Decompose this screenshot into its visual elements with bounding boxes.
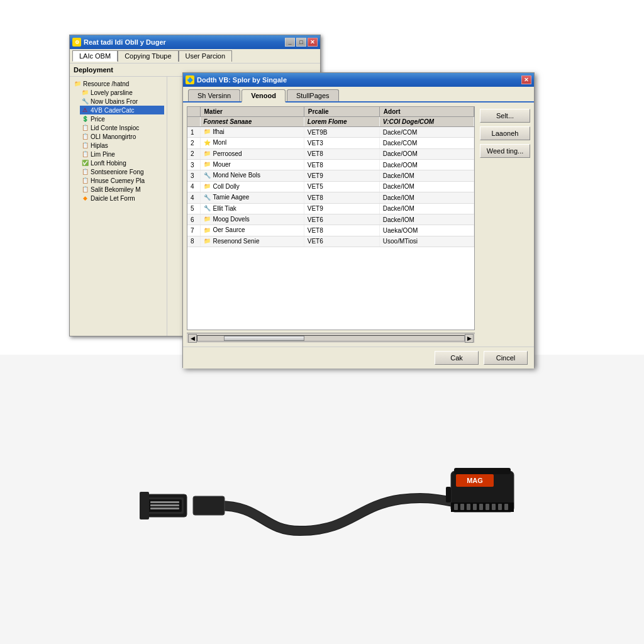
table-row[interactable]: 3 🔧Mond Neive Bols VET9 Dacke/IOM — [187, 170, 474, 181]
tree-label-10: Hnuse Cuemey Pla — [91, 177, 145, 184]
minimize-button[interactable]: _ — [285, 38, 295, 47]
row-prcalie: VET9 — [304, 203, 379, 214]
back-window-title: Reat tadi ldi ObII y Duger — [84, 38, 166, 46]
tree-item-5[interactable]: 📋 OLI Manongirtro — [80, 132, 164, 141]
close-button[interactable]: ✕ — [308, 38, 318, 47]
svg-rect-4 — [150, 504, 179, 506]
cak-button[interactable]: Cak — [435, 351, 479, 365]
front-tabs: Sh Versinn Venood StullPages — [183, 87, 534, 103]
table-row[interactable]: 6 📁Moog Dovels VET6 Dacke/IOM — [187, 214, 474, 225]
row-matier: 📁Moog Dovels — [200, 214, 304, 225]
tab-venood[interactable]: Venood — [242, 89, 286, 103]
tree-item-1[interactable]: 🔧 Now Ubains Fror — [80, 97, 164, 106]
row-matier-text: Perroosed — [213, 150, 242, 157]
row-num: 2 — [187, 138, 200, 148]
front-window-titlebar: 🔷 Dodth VB: Splor by Singale ✕ — [183, 73, 534, 87]
weed-ting-button[interactable]: Weed ting... — [480, 144, 530, 158]
tree-item-10[interactable]: 📋 Hnuse Cuemey Pla — [80, 176, 164, 185]
row-matier: 🔧Tamie Aagee — [200, 192, 304, 203]
tree-item-4[interactable]: 📋 Lid Conte Inspioc — [80, 123, 164, 132]
tree-label-6: Hiplas — [91, 142, 108, 149]
tree-item-9[interactable]: 📋 Sontseeniore Fong — [80, 167, 164, 176]
tree-item-11[interactable]: 📋 Salit Bekomiley M — [80, 185, 164, 194]
svg-rect-18 — [492, 504, 496, 510]
front-window-controls: ✕ — [521, 75, 531, 84]
front-window: 🔷 Dodth VB: Splor by Singale ✕ Sh Versin… — [182, 72, 535, 368]
table-row[interactable]: 5 🔧Ellit Tiak VET9 Dacke/IOM — [187, 203, 474, 214]
table-row[interactable]: 7 📁Oer Saurce VET8 Uaeka/OOM — [187, 225, 474, 236]
cincel-button[interactable]: Cincel — [484, 351, 528, 365]
front-close-button[interactable]: ✕ — [521, 75, 531, 84]
item-icon-5: 📋 — [81, 133, 89, 140]
svg-rect-14 — [467, 504, 470, 510]
row-adort: Dacke/OOM — [379, 148, 474, 159]
laaoneh-button[interactable]: Laaoneh — [480, 126, 530, 140]
row-matier-text: Tamie Aagee — [213, 194, 250, 201]
table-row[interactable]: 8 📁Resenond Senie VET6 Usoo/MTiosi — [187, 236, 474, 247]
tree-item-2[interactable]: ⚠ 4VB CaderCatc — [80, 106, 164, 114]
row-matier-text: Coll Dolly — [213, 183, 240, 190]
back-window-controls: _ □ ✕ — [285, 38, 318, 47]
table-row[interactable]: 2 📁Perroosed VET8 Dacke/OOM — [187, 148, 474, 159]
tree-item-resource[interactable]: 📁 Resource /hatnd — [72, 79, 164, 88]
tree-item-8[interactable]: ✅ Lonft Hobing — [80, 158, 164, 167]
item-icon-10: 📋 — [81, 177, 89, 184]
table-row[interactable]: 4 📁Coll Dolly VET5 Dacke/IOM — [187, 181, 474, 192]
tab-copying[interactable]: Copying Tbupe — [118, 50, 178, 62]
data-table-wrapper[interactable]: Matier Prcalie Adort Fonnest Sanaae Lore… — [187, 106, 475, 330]
maximize-button[interactable]: □ — [296, 38, 306, 47]
tree-item-12[interactable]: ◆ Daicle Let Form — [80, 194, 164, 203]
row-prcalie: VET8 — [304, 148, 379, 159]
row-prcalie: VET6 — [304, 236, 379, 247]
row-matier: 🔧Mond Neive Bols — [200, 170, 304, 181]
tree-item-0[interactable]: 📁 Lovely parsline — [80, 88, 164, 97]
col-prcalie: Prcalie — [304, 107, 379, 117]
row-prcalie: VET9B — [304, 127, 379, 138]
row-adort: Dacke/COM — [379, 138, 474, 148]
selt-button[interactable]: Selt... — [480, 109, 530, 123]
row-matier: 📁Coll Dolly — [200, 181, 304, 192]
tree-label-3: Price — [91, 116, 105, 123]
red-icon-2: ⚠ — [81, 106, 89, 114]
row-matier: ⭐Monl — [200, 138, 304, 148]
row-icon: 📁 — [204, 238, 211, 245]
front-window-title-area: 🔷 Dodth VB: Splor by Singale — [186, 75, 287, 84]
row-matier: 🔧Ellit Tiak — [200, 203, 304, 214]
row-icon: 📁 — [204, 161, 211, 169]
row-num: 4 — [187, 181, 200, 192]
row-matier-text: Mouer — [213, 161, 231, 168]
tab-sh-versinn[interactable]: Sh Versinn — [188, 89, 240, 101]
table-row[interactable]: 1 📁lfhai VET9B Dacke/COM — [187, 127, 474, 138]
svg-rect-15 — [473, 504, 477, 510]
tree-item-6[interactable]: 📋 Hiplas — [80, 141, 164, 150]
scroll-track[interactable] — [197, 335, 465, 341]
item-icon-6: 📋 — [81, 142, 89, 149]
tab-user[interactable]: User Parcion — [179, 50, 233, 62]
row-matier: 📁Oer Saurce — [200, 225, 304, 236]
row-num: 8 — [187, 236, 200, 247]
tree-label-12: Daicle Let Form — [91, 195, 135, 202]
row-matier: 📁lfhai — [200, 127, 304, 138]
tree-item-3[interactable]: 💲 Price — [80, 114, 164, 123]
row-num: 3 — [187, 170, 200, 181]
tab-laic-obm[interactable]: LAIc OBM — [72, 50, 118, 62]
item-icon-9: 📋 — [81, 168, 89, 175]
scroll-right-button[interactable]: ▶ — [465, 334, 474, 343]
table-row[interactable]: 2 ⭐Monl VET3 Dacke/COM — [187, 138, 474, 148]
row-matier-text: Mond Neive Bols — [213, 172, 261, 179]
tree-item-7[interactable]: 📋 Lim Pine — [80, 150, 164, 158]
scroll-left-button[interactable]: ◀ — [188, 334, 197, 343]
row-matier: 📁Resenond Senie — [200, 236, 304, 247]
row-matier-text: Resenond Senie — [213, 238, 260, 245]
svg-rect-16 — [479, 504, 483, 510]
table-row[interactable]: 3 📁Mouer VET8 Dacke/OOM — [187, 160, 474, 170]
scroll-thumb — [224, 336, 304, 341]
row-icon: 📁 — [204, 128, 211, 136]
row-icon: ⭐ — [204, 140, 211, 147]
table-row[interactable]: 4 🔧Tamie Aagee VET8 Dacke/IOM — [187, 192, 474, 203]
row-icon: 📁 — [204, 150, 211, 158]
back-window-title-area: ⚙ Reat tadi ldi ObII y Duger — [72, 38, 166, 47]
tab-stullpages[interactable]: StullPages — [287, 89, 339, 101]
tree-label-11: Salit Bekomiley M — [91, 186, 140, 193]
bottom-buttons: Cak Cincel — [183, 347, 534, 369]
